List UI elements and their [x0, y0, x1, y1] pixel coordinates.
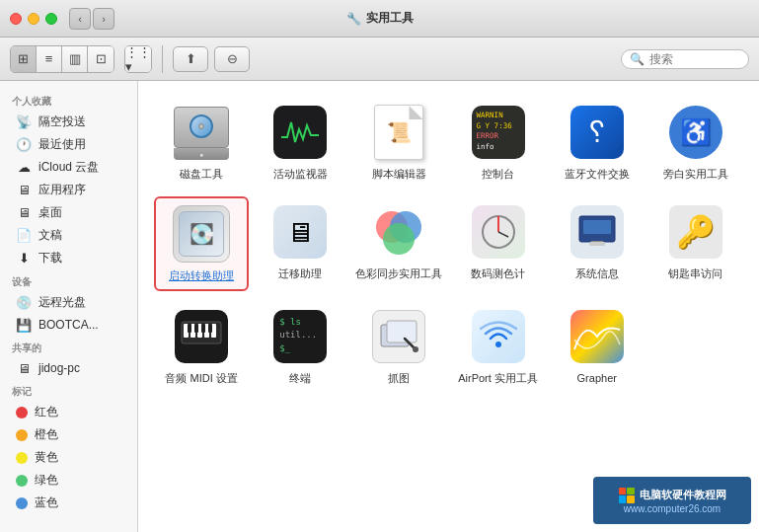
svg-rect-19: [208, 324, 212, 333]
view-buttons: ⊞ ≡ ▥ ⊡: [10, 45, 114, 73]
svg-rect-16: [188, 324, 191, 333]
sidebar-item-icloud[interactable]: ☁iCloud 云盘: [4, 156, 133, 179]
sidebar-label-downloads: 下载: [38, 250, 62, 266]
app-icon-midi: [172, 307, 231, 366]
sidebar-section-title: 设备: [0, 269, 137, 291]
app-item-bootcamp[interactable]: 💽启动转换助理: [154, 196, 249, 290]
app-icon-accessibility: ♿: [666, 103, 725, 162]
app-label-system-info: 系统信息: [575, 266, 619, 280]
app-item-grapher[interactable]: Grapher: [550, 301, 645, 391]
app-icon-terminal: $ lsutil...$_: [270, 307, 330, 366]
cover-view-button[interactable]: ⊡: [88, 46, 114, 72]
app-icon-bootcamp: 💽: [172, 204, 231, 264]
tag-dot-red: [16, 407, 28, 418]
app-item-terminal[interactable]: $ lsutil...$_终端: [253, 301, 347, 391]
app-item-script-editor[interactable]: 📜脚本编辑器: [351, 97, 446, 187]
svg-rect-17: [194, 324, 198, 333]
back-button[interactable]: ‹: [69, 8, 91, 30]
grid-view-button[interactable]: ⊞: [11, 46, 37, 72]
sidebar-item-yellow[interactable]: 黄色: [4, 446, 133, 469]
tag-dot-green: [16, 475, 28, 487]
window-controls: [10, 13, 57, 25]
sidebar-icon-icloud: ☁: [16, 160, 32, 176]
search-icon: 🔍: [630, 52, 645, 66]
app-item-digital-color[interactable]: 数码测色计: [450, 196, 545, 290]
app-grid: ●磁盘工具活动监视器📜脚本编辑器WARNING Y 7:36ERRORinfo控…: [154, 97, 743, 391]
sidebar-item-airdrop[interactable]: 📡隔空投送: [4, 111, 133, 133]
tag-dot-blue: [16, 497, 28, 509]
app-item-grab[interactable]: 抓图: [351, 301, 446, 391]
app-icon-color-sync: [369, 202, 428, 262]
app-icon-airport: [469, 307, 528, 366]
sidebar-label-yellow: 黄色: [35, 449, 58, 466]
app-label-bootcamp: 启动转换助理: [169, 268, 234, 282]
sidebar-item-remote-disk[interactable]: 💿远程光盘: [4, 291, 133, 314]
arrange-button[interactable]: ⋮⋮ ▾: [125, 46, 151, 72]
search-box[interactable]: 🔍: [621, 49, 749, 69]
sidebar-icon-remote-disk: 💿: [16, 295, 32, 311]
app-label-script-editor: 脚本编辑器: [372, 167, 426, 181]
app-label-terminal: 终端: [289, 371, 311, 385]
app-item-disk-utility[interactable]: ●磁盘工具: [154, 97, 249, 187]
sidebar-icon-desktop: 🖥: [16, 205, 32, 221]
search-input[interactable]: [649, 52, 740, 66]
app-icon-digital-color: [469, 202, 528, 262]
sidebar-label-bootca: BOOTCA...: [38, 318, 99, 332]
windows-logo: [619, 488, 635, 503]
app-label-airport: AirPort 实用工具: [458, 371, 538, 385]
app-label-accessibility: 旁白实用工具: [663, 167, 728, 181]
close-button[interactable]: [10, 13, 22, 25]
column-view-button[interactable]: ▥: [62, 46, 88, 72]
sidebar: 个人收藏📡隔空投送🕐最近使用☁iCloud 云盘🖥应用程序🖥桌面📄文稿⬇下载设备…: [0, 81, 138, 532]
app-label-migration: 迁移助理: [278, 266, 322, 280]
app-item-bluetooth-exchange[interactable]: ␦蓝牙文件交换: [550, 97, 645, 187]
sidebar-label-docs: 文稿: [38, 227, 62, 244]
sidebar-item-desktop[interactable]: 🖥桌面: [4, 201, 133, 224]
list-view-button[interactable]: ≡: [37, 46, 62, 72]
title-bar: ‹ › 🔧 实用工具: [0, 0, 759, 38]
svg-rect-7: [583, 220, 611, 234]
arrange-button-group: ⋮⋮ ▾: [124, 45, 152, 73]
sidebar-item-orange[interactable]: 橙色: [4, 423, 133, 446]
app-label-color-sync: 色彩同步实用工具: [355, 266, 442, 280]
sidebar-item-blue[interactable]: 蓝色: [4, 492, 133, 514]
sidebar-label-jidog-pc: jidog-pc: [38, 361, 80, 375]
svg-point-24: [495, 342, 501, 347]
sidebar-icon-airdrop: 📡: [16, 114, 32, 130]
sidebar-label-green: 绿色: [35, 472, 58, 489]
share-button[interactable]: ⬆: [173, 46, 208, 72]
app-item-airport[interactable]: AirPort 实用工具: [450, 301, 545, 391]
svg-rect-18: [201, 324, 205, 333]
app-icon-disk-utility: ●: [172, 103, 231, 162]
app-item-system-info[interactable]: 系统信息: [550, 196, 645, 290]
tag-dot-orange: [16, 429, 28, 441]
content-area: ●磁盘工具活动监视器📜脚本编辑器WARNING Y 7:36ERRORinfo控…: [138, 81, 759, 532]
sidebar-icon-jidog-pc: 🖥: [16, 360, 32, 376]
sidebar-item-docs[interactable]: 📄文稿: [4, 224, 133, 247]
app-label-grab: 抓图: [388, 371, 410, 385]
title-label: 实用工具: [366, 10, 414, 27]
watermark-line1: 电脑软硬件教程网: [640, 488, 726, 502]
app-item-activity-monitor[interactable]: 活动监视器: [253, 97, 347, 187]
sidebar-item-jidog-pc[interactable]: 🖥jidog-pc: [4, 357, 133, 379]
sidebar-item-red[interactable]: 红色: [4, 401, 133, 423]
app-item-keychain[interactable]: 🔑钥匙串访问: [648, 196, 743, 290]
app-icon-script-editor: 📜: [369, 103, 428, 162]
sidebar-item-recent[interactable]: 🕐最近使用: [4, 133, 133, 156]
app-item-migration[interactable]: 🖥迁移助理: [253, 196, 347, 290]
app-item-accessibility[interactable]: ♿旁白实用工具: [648, 97, 743, 187]
fullscreen-button[interactable]: [45, 13, 57, 25]
sidebar-label-recent: 最近使用: [38, 136, 86, 153]
sidebar-label-icloud: iCloud 云盘: [38, 159, 99, 176]
sidebar-item-apps[interactable]: 🖥应用程序: [4, 179, 133, 201]
app-icon-activity-monitor: [270, 103, 330, 162]
sidebar-item-green[interactable]: 绿色: [4, 469, 133, 492]
minimize-button[interactable]: [28, 13, 39, 25]
app-item-midi[interactable]: 音频 MIDI 设置: [154, 301, 249, 391]
forward-button[interactable]: ›: [93, 8, 114, 30]
app-item-color-sync[interactable]: 色彩同步实用工具: [351, 196, 446, 290]
app-item-console[interactable]: WARNING Y 7:36ERRORinfo控制台: [450, 97, 545, 187]
sidebar-item-bootca[interactable]: 💾BOOTCA...: [4, 314, 133, 336]
sidebar-item-downloads[interactable]: ⬇下载: [4, 247, 133, 269]
tag-button[interactable]: ⊖: [214, 46, 250, 72]
